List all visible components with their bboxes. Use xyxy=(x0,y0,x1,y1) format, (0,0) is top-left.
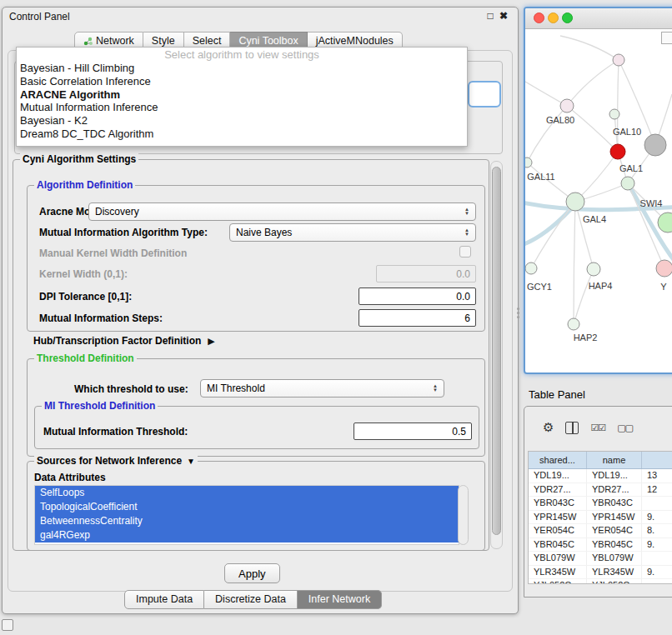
table-row[interactable]: YPR145WYPR145W9. xyxy=(529,511,672,525)
table-cell[interactable]: YLR345W xyxy=(587,566,642,579)
manual-kernel-checkbox[interactable] xyxy=(459,246,471,258)
algorithm-option[interactable]: Bayesian - K2 xyxy=(17,114,467,128)
tab-infer-network[interactable]: Infer Network xyxy=(298,590,382,609)
network-node[interactable] xyxy=(613,54,624,66)
table-cell[interactable]: 9. xyxy=(642,566,672,579)
minimize-traffic-light[interactable] xyxy=(548,12,559,23)
network-edge[interactable] xyxy=(575,202,594,269)
mi-steps-field[interactable] xyxy=(359,309,476,327)
table-cell[interactable]: YDR27... xyxy=(529,483,587,497)
table-cell[interactable]: YBL079W xyxy=(587,552,642,565)
table-cell[interactable]: YBL079W xyxy=(529,552,587,565)
table-cell[interactable]: YDR27... xyxy=(587,483,642,497)
table-row[interactable]: YDL19...YDL19...13 xyxy=(529,469,672,483)
table-row[interactable]: YLR345WYLR345W9. xyxy=(529,566,672,580)
network-edge[interactable] xyxy=(525,204,575,245)
attribute-list-item[interactable]: BetweennessCentrality xyxy=(35,514,459,528)
algorithm-option[interactable]: Bayesian - Hill Climbing xyxy=(17,62,467,75)
column-header-shared-name[interactable]: shared... xyxy=(529,452,587,468)
sources-group-toggle[interactable]: Sources for Network Inference ▼ xyxy=(34,455,198,467)
table-cell[interactable]: YDL19... xyxy=(587,469,642,482)
gear-icon[interactable]: ⚙ xyxy=(543,421,554,434)
data-attributes-list[interactable]: SelfLoopsTopologicalCoefficientBetweenne… xyxy=(34,485,459,545)
minimized-panel-icon[interactable] xyxy=(2,619,13,631)
algorithm-help-button[interactable] xyxy=(468,81,501,108)
table-cell[interactable]: YER054C xyxy=(587,524,642,538)
table-row[interactable]: YBL079WYBL079W xyxy=(529,552,672,566)
network-scrollbar-corner[interactable] xyxy=(661,32,672,44)
table-row[interactable]: YJL052CYJL052C xyxy=(529,579,672,584)
network-node[interactable] xyxy=(568,318,579,330)
apply-button[interactable]: Apply xyxy=(224,563,280,583)
close-traffic-light[interactable] xyxy=(534,12,544,23)
network-edge[interactable] xyxy=(525,79,567,106)
network-edge[interactable] xyxy=(575,152,618,202)
table-cell[interactable]: YLR345W xyxy=(529,566,587,579)
table-row[interactable]: YBR045CYBR045C9. xyxy=(529,538,672,552)
select-columns-icon[interactable] xyxy=(565,422,579,434)
attribute-list-item[interactable]: gal4RGexp xyxy=(35,528,459,542)
table-cell[interactable]: YBR043C xyxy=(587,497,642,510)
table-cell[interactable]: YPR145W xyxy=(587,511,642,524)
table-cell[interactable]: YBR043C xyxy=(529,497,587,510)
panel-splitter-handle[interactable] xyxy=(516,305,520,320)
column-header-name[interactable]: name xyxy=(587,452,642,468)
algorithm-option[interactable]: ARACNE Algorithm xyxy=(17,88,467,102)
which-threshold-combo[interactable]: MI Threshold ▲▼ xyxy=(200,379,444,398)
attribute-list-item[interactable]: SelfLoops xyxy=(35,486,459,500)
table-cell[interactable]: YJL052C xyxy=(529,579,587,584)
network-edge[interactable] xyxy=(567,60,619,106)
network-node[interactable] xyxy=(656,260,672,277)
network-node[interactable] xyxy=(525,262,537,274)
network-edge[interactable] xyxy=(574,202,575,324)
mi-threshold-field[interactable] xyxy=(354,422,472,440)
select-all-rows-icon[interactable]: ☑☑ xyxy=(590,422,605,433)
kernel-width-field[interactable] xyxy=(376,265,476,282)
mi-type-combo[interactable]: Naive Bayes ▲▼ xyxy=(229,223,476,242)
table-cell[interactable]: 12 xyxy=(642,483,672,497)
settings-scrollbar-thumb[interactable] xyxy=(492,167,501,535)
table-cell[interactable]: 9. xyxy=(642,538,672,552)
algorithm-option[interactable]: Mutual Information Inference xyxy=(17,101,467,114)
attribute-list-item[interactable]: TopologicalCoefficient xyxy=(35,500,459,514)
table-cell[interactable]: 8. xyxy=(642,524,672,538)
network-node[interactable] xyxy=(560,99,574,112)
network-node[interactable] xyxy=(644,134,666,156)
zoom-traffic-light[interactable] xyxy=(562,12,573,23)
tab-discretize-data[interactable]: Discretize Data xyxy=(204,590,298,609)
network-edge[interactable] xyxy=(618,60,619,152)
network-node[interactable] xyxy=(609,109,619,119)
table-cell[interactable]: YDL19... xyxy=(529,469,587,482)
network-node[interactable] xyxy=(566,192,584,211)
table-row[interactable]: YER054CYER054C8. xyxy=(529,524,672,538)
network-node[interactable] xyxy=(621,177,634,190)
network-node[interactable] xyxy=(610,144,625,159)
table-cell[interactable]: 9. xyxy=(642,511,672,524)
algorithm-option[interactable]: Dream8 DC_TDC Algorithm xyxy=(17,128,467,141)
hub-factor-section-toggle[interactable]: Hub/Transcription Factor Definition ▶ xyxy=(33,335,215,347)
network-canvas[interactable]: GAL80GAL10GAL11GAL1SWI4GAL4GCY1HAP4HAP2Y xyxy=(525,29,672,369)
table-row[interactable]: YBR043CYBR043C xyxy=(529,497,672,511)
table-cell[interactable] xyxy=(642,552,672,565)
attributes-list-scrollbar[interactable] xyxy=(458,485,469,545)
close-window-icon[interactable]: ✖ xyxy=(498,10,509,22)
column-header-extra[interactable] xyxy=(642,452,672,468)
table-cell[interactable]: YBR045C xyxy=(529,538,587,552)
network-node[interactable] xyxy=(525,158,532,168)
deselect-all-rows-icon[interactable]: ▢▢ xyxy=(617,422,633,433)
table-cell[interactable]: 13 xyxy=(642,469,672,482)
aracne-mode-combo[interactable]: Discovery ▲▼ xyxy=(88,202,476,221)
network-edge[interactable] xyxy=(574,269,594,324)
table-cell[interactable]: YBR045C xyxy=(587,538,642,552)
dpi-tolerance-field[interactable] xyxy=(359,288,476,305)
table-cell[interactable]: YJL052C xyxy=(587,579,642,584)
algorithm-option[interactable]: Basic Correlation Inference xyxy=(17,75,467,88)
tab-impute-data[interactable]: Impute Data xyxy=(124,590,204,609)
table-cell[interactable] xyxy=(642,579,672,584)
table-cell[interactable]: YER054C xyxy=(529,524,587,538)
network-node[interactable] xyxy=(587,262,600,276)
table-cell[interactable] xyxy=(642,497,672,510)
network-edge[interactable] xyxy=(560,36,619,60)
float-window-icon[interactable]: □ xyxy=(484,10,496,22)
settings-scrollbar[interactable] xyxy=(490,161,503,549)
